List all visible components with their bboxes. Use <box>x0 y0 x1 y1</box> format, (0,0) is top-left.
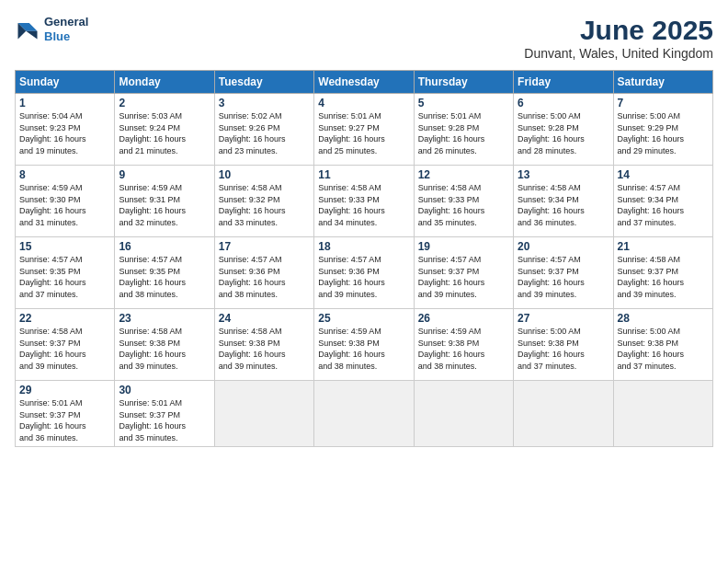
table-row: 17Sunrise: 4:57 AMSunset: 9:36 PMDayligh… <box>214 237 313 309</box>
day-number: 17 <box>219 240 310 253</box>
table-row <box>613 381 712 447</box>
table-row: 26Sunrise: 4:59 AMSunset: 9:38 PMDayligh… <box>414 309 513 381</box>
cell-info: Sunrise: 5:00 AMSunset: 9:38 PMDaylight:… <box>618 326 709 372</box>
table-row: 16Sunrise: 4:57 AMSunset: 9:35 PMDayligh… <box>115 237 214 309</box>
day-number: 10 <box>219 168 310 181</box>
cell-info: Sunrise: 4:58 AMSunset: 9:33 PMDaylight:… <box>318 182 409 228</box>
table-row: 15Sunrise: 4:57 AMSunset: 9:35 PMDayligh… <box>16 237 115 309</box>
table-row <box>514 381 613 447</box>
cell-info: Sunrise: 5:01 AMSunset: 9:28 PMDaylight:… <box>418 110 509 156</box>
table-row: 29Sunrise: 5:01 AMSunset: 9:37 PMDayligh… <box>16 381 115 447</box>
cell-info: Sunrise: 4:58 AMSunset: 9:38 PMDaylight:… <box>119 326 210 372</box>
table-row: 20Sunrise: 4:57 AMSunset: 9:37 PMDayligh… <box>514 237 613 309</box>
table-row: 22Sunrise: 4:58 AMSunset: 9:37 PMDayligh… <box>16 309 115 381</box>
day-number: 20 <box>518 240 609 253</box>
page: General Blue June 2025 Dunvant, Wales, U… <box>0 0 728 563</box>
cell-info: Sunrise: 5:04 AMSunset: 9:23 PMDaylight:… <box>19 110 110 156</box>
table-row: 10Sunrise: 4:58 AMSunset: 9:32 PMDayligh… <box>214 166 313 237</box>
day-number: 14 <box>618 168 709 181</box>
cell-info: Sunrise: 5:02 AMSunset: 9:26 PMDaylight:… <box>219 110 310 156</box>
col-tuesday: Tuesday <box>214 71 313 94</box>
table-row: 28Sunrise: 5:00 AMSunset: 9:38 PMDayligh… <box>613 309 712 381</box>
day-number: 11 <box>318 168 409 181</box>
cell-info: Sunrise: 4:58 AMSunset: 9:33 PMDaylight:… <box>418 182 509 228</box>
logo-text: General Blue <box>44 15 88 43</box>
table-row: 24Sunrise: 4:58 AMSunset: 9:38 PMDayligh… <box>214 309 313 381</box>
cell-info: Sunrise: 4:57 AMSunset: 9:34 PMDaylight:… <box>618 182 709 228</box>
table-row: 9Sunrise: 4:59 AMSunset: 9:31 PMDaylight… <box>115 166 214 237</box>
cell-info: Sunrise: 4:58 AMSunset: 9:32 PMDaylight:… <box>219 182 310 228</box>
cell-info: Sunrise: 4:57 AMSunset: 9:35 PMDaylight:… <box>119 254 210 300</box>
table-row: 19Sunrise: 4:57 AMSunset: 9:37 PMDayligh… <box>414 237 513 309</box>
table-row: 12Sunrise: 4:58 AMSunset: 9:33 PMDayligh… <box>414 166 513 237</box>
col-monday: Monday <box>115 71 214 94</box>
day-number: 25 <box>318 312 409 325</box>
cell-info: Sunrise: 5:01 AMSunset: 9:37 PMDaylight:… <box>119 397 210 443</box>
table-row: 4Sunrise: 5:01 AMSunset: 9:27 PMDaylight… <box>314 94 414 166</box>
day-number: 22 <box>19 312 110 325</box>
day-number: 24 <box>219 312 310 325</box>
day-number: 6 <box>518 97 609 109</box>
table-row <box>414 381 513 447</box>
cell-info: Sunrise: 4:59 AMSunset: 9:38 PMDaylight:… <box>418 326 509 372</box>
day-number: 18 <box>318 240 409 253</box>
table-row: 25Sunrise: 4:59 AMSunset: 9:38 PMDayligh… <box>314 309 414 381</box>
cell-info: Sunrise: 5:00 AMSunset: 9:38 PMDaylight:… <box>518 326 609 372</box>
table-row <box>314 381 414 447</box>
col-saturday: Saturday <box>613 71 712 94</box>
table-row: 5Sunrise: 5:01 AMSunset: 9:28 PMDaylight… <box>414 94 513 166</box>
cell-info: Sunrise: 4:57 AMSunset: 9:37 PMDaylight:… <box>518 254 609 300</box>
col-wednesday: Wednesday <box>314 71 414 94</box>
day-number: 28 <box>618 312 709 325</box>
table-row: 1Sunrise: 5:04 AMSunset: 9:23 PMDaylight… <box>16 94 115 166</box>
table-row: 18Sunrise: 4:57 AMSunset: 9:36 PMDayligh… <box>314 237 414 309</box>
day-number: 16 <box>119 240 210 253</box>
cell-info: Sunrise: 4:59 AMSunset: 9:31 PMDaylight:… <box>119 182 210 228</box>
day-number: 9 <box>119 168 210 181</box>
table-row: 21Sunrise: 4:58 AMSunset: 9:37 PMDayligh… <box>613 237 712 309</box>
cell-info: Sunrise: 5:01 AMSunset: 9:37 PMDaylight:… <box>19 397 110 443</box>
cell-info: Sunrise: 5:03 AMSunset: 9:24 PMDaylight:… <box>119 110 210 156</box>
day-number: 8 <box>19 168 110 181</box>
logo-general: General <box>44 15 88 29</box>
table-row: 27Sunrise: 5:00 AMSunset: 9:38 PMDayligh… <box>514 309 613 381</box>
svg-marker-1 <box>26 30 37 39</box>
cell-info: Sunrise: 4:59 AMSunset: 9:30 PMDaylight:… <box>19 182 110 228</box>
logo-blue: Blue <box>44 29 88 44</box>
calendar-table: Sunday Monday Tuesday Wednesday Thursday… <box>15 70 713 447</box>
cell-info: Sunrise: 4:58 AMSunset: 9:37 PMDaylight:… <box>19 326 110 372</box>
day-number: 21 <box>618 240 709 253</box>
col-friday: Friday <box>514 71 613 94</box>
day-number: 4 <box>318 97 409 109</box>
col-thursday: Thursday <box>414 71 513 94</box>
cell-info: Sunrise: 4:57 AMSunset: 9:36 PMDaylight:… <box>219 254 310 300</box>
day-number: 15 <box>19 240 110 253</box>
table-row: 6Sunrise: 5:00 AMSunset: 9:28 PMDaylight… <box>514 94 613 166</box>
day-number: 5 <box>418 97 509 109</box>
cell-info: Sunrise: 4:57 AMSunset: 9:35 PMDaylight:… <box>19 254 110 300</box>
table-row <box>214 381 313 447</box>
day-number: 19 <box>418 240 509 253</box>
day-number: 12 <box>418 168 509 181</box>
cell-info: Sunrise: 4:57 AMSunset: 9:36 PMDaylight:… <box>318 254 409 300</box>
day-number: 23 <box>119 312 210 325</box>
day-number: 27 <box>518 312 609 325</box>
calendar-title: June 2025 <box>524 15 713 46</box>
cell-info: Sunrise: 4:58 AMSunset: 9:34 PMDaylight:… <box>518 182 609 228</box>
calendar-subtitle: Dunvant, Wales, United Kingdom <box>524 46 713 61</box>
table-row: 30Sunrise: 5:01 AMSunset: 9:37 PMDayligh… <box>115 381 214 447</box>
table-row: 2Sunrise: 5:03 AMSunset: 9:24 PMDaylight… <box>115 94 214 166</box>
day-number: 29 <box>19 384 110 396</box>
logo-icon <box>15 17 40 42</box>
cell-info: Sunrise: 4:59 AMSunset: 9:38 PMDaylight:… <box>318 326 409 372</box>
header: General Blue June 2025 Dunvant, Wales, U… <box>15 15 713 61</box>
table-row: 23Sunrise: 4:58 AMSunset: 9:38 PMDayligh… <box>115 309 214 381</box>
table-row: 11Sunrise: 4:58 AMSunset: 9:33 PMDayligh… <box>314 166 414 237</box>
cell-info: Sunrise: 5:00 AMSunset: 9:28 PMDaylight:… <box>518 110 609 156</box>
cell-info: Sunrise: 4:57 AMSunset: 9:37 PMDaylight:… <box>418 254 509 300</box>
table-row: 14Sunrise: 4:57 AMSunset: 9:34 PMDayligh… <box>613 166 712 237</box>
cell-info: Sunrise: 4:58 AMSunset: 9:37 PMDaylight:… <box>618 254 709 300</box>
calendar-header-row: Sunday Monday Tuesday Wednesday Thursday… <box>16 71 713 94</box>
day-number: 3 <box>219 97 310 109</box>
day-number: 7 <box>618 97 709 109</box>
